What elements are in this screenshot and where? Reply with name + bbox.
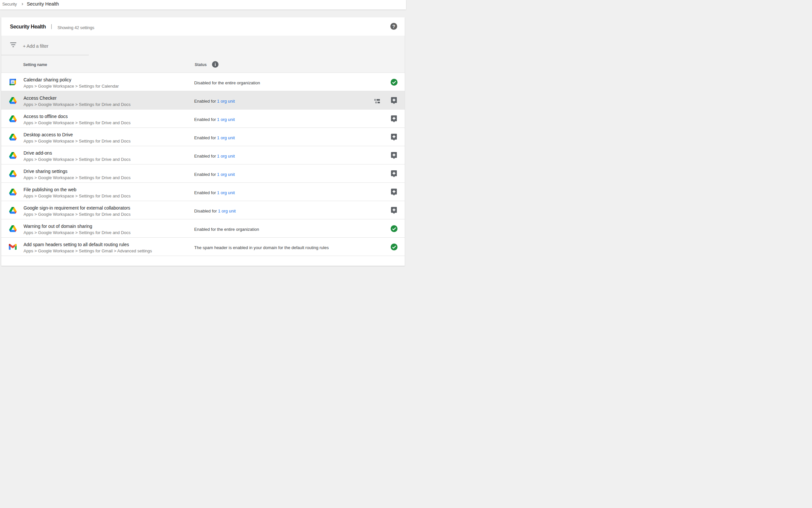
svg-text:31: 31	[11, 81, 14, 84]
